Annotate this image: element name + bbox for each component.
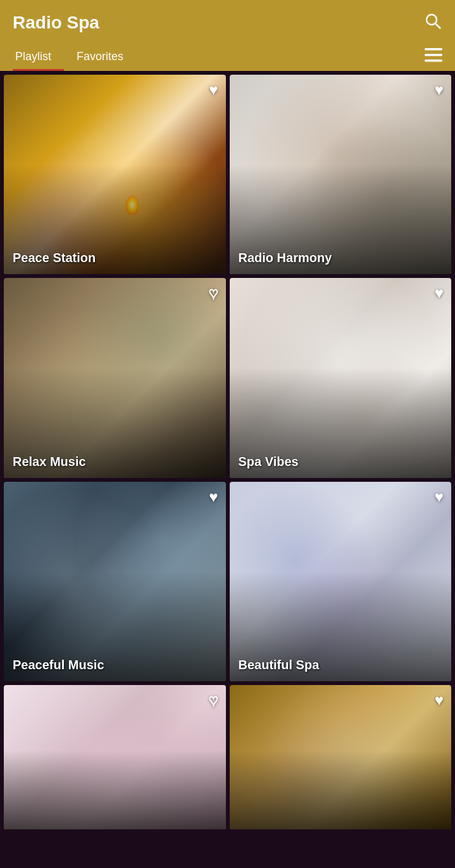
card-title: Peace Station — [13, 251, 96, 265]
tab-playlist[interactable]: Playlist — [13, 42, 64, 71]
svg-rect-2 — [425, 48, 442, 51]
card-beautiful-spa[interactable]: Beautiful Spa ♥ — [230, 482, 452, 681]
menu-icon — [425, 48, 442, 62]
card-title: Beautiful Spa — [239, 658, 320, 672]
card-spa-vibes[interactable]: Spa Vibes ♥ — [230, 278, 452, 477]
svg-line-1 — [435, 23, 440, 28]
app-title: Radio Spa — [13, 13, 99, 33]
svg-point-0 — [427, 15, 437, 25]
card-radio-harmony[interactable]: Radio Harmony ♥ — [230, 75, 452, 274]
card-peaceful-music[interactable]: Peaceful Music ♥ — [4, 482, 226, 681]
card-extra-2[interactable]: ♥ — [230, 685, 452, 829]
menu-button[interactable] — [425, 48, 442, 66]
svg-rect-4 — [425, 60, 442, 62]
favorite-button-relax-music[interactable]: ♥ — [209, 286, 218, 301]
card-extra-1[interactable]: ♥ — [4, 685, 226, 829]
card-title: Peaceful Music — [13, 658, 104, 672]
favorite-button-spa-vibes[interactable]: ♥ — [435, 286, 444, 301]
favorite-button-extra-1[interactable]: ♥ — [209, 693, 218, 708]
favorite-button-radio-harmony[interactable]: ♥ — [435, 82, 444, 97]
favorite-button-peaceful-music[interactable]: ♥ — [209, 489, 218, 505]
playlist-grid: Peace Station ♥ Radio Harmony ♥ Relax Mu… — [0, 71, 455, 833]
app-header: Radio Spa Playlist Favorites — [0, 0, 455, 71]
card-peace-station[interactable]: Peace Station ♥ — [4, 75, 226, 274]
search-button[interactable] — [423, 11, 442, 34]
card-overlay — [230, 750, 452, 829]
card-overlay — [4, 750, 226, 829]
card-title: Relax Music — [13, 455, 86, 469]
card-relax-music[interactable]: Relax Music ♥ — [4, 278, 226, 477]
favorite-button-beautiful-spa[interactable]: ♥ — [435, 489, 444, 505]
nav-tabs: Playlist Favorites — [13, 42, 442, 71]
search-icon — [423, 11, 442, 30]
svg-rect-3 — [425, 54, 442, 56]
favorite-button-peace-station[interactable]: ♥ — [209, 82, 218, 97]
card-title: Radio Harmony — [239, 251, 332, 265]
tab-favorites[interactable]: Favorites — [64, 42, 136, 71]
card-title: Spa Vibes — [239, 455, 299, 469]
favorite-button-extra-2[interactable]: ♥ — [435, 693, 444, 708]
